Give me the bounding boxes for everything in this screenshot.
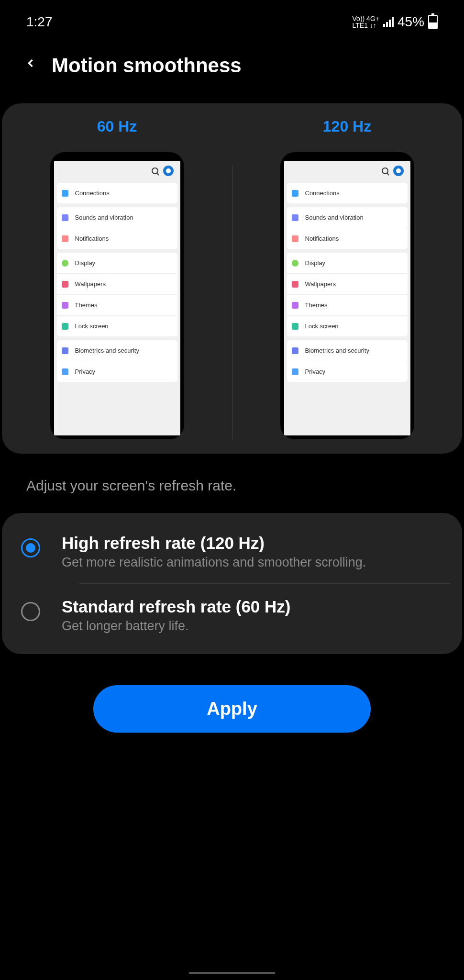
wifi-icon: [292, 190, 298, 197]
biometrics-icon: [292, 347, 298, 354]
sound-icon: [292, 214, 298, 221]
themes-icon: [62, 302, 68, 309]
search-icon: [152, 167, 158, 174]
signal-icon: [383, 17, 394, 27]
privacy-icon: [62, 368, 68, 375]
display-icon: [62, 260, 68, 267]
biometrics-icon: [62, 347, 68, 354]
display-icon: [292, 260, 298, 267]
option-standard-refresh[interactable]: Standard refresh rate (60 Hz) Get longer…: [2, 584, 462, 647]
status-time: 1:27: [26, 14, 53, 30]
radio-unselected-icon: [21, 602, 40, 621]
home-indicator[interactable]: [189, 972, 275, 974]
preview-60hz[interactable]: 60 Hz Connections Sounds and vibration N…: [2, 118, 232, 439]
phone-mock-60: Connections Sounds and vibration Notific…: [50, 152, 184, 439]
preview-card: 60 Hz Connections Sounds and vibration N…: [2, 103, 462, 454]
option-high-refresh[interactable]: High refresh rate (120 Hz) Get more real…: [2, 520, 462, 583]
lockscreen-icon: [62, 323, 68, 330]
page-title: Motion smoothness: [52, 54, 242, 77]
page-header: Motion smoothness: [0, 34, 464, 91]
battery-icon: [428, 15, 438, 29]
wallpapers-icon: [292, 281, 298, 288]
option-title: Standard refresh rate (60 Hz): [62, 597, 290, 616]
wallpapers-icon: [62, 281, 68, 288]
preview-divider: [232, 166, 232, 439]
notifications-icon: [62, 235, 68, 242]
profile-icon: [163, 166, 174, 176]
wifi-icon: [62, 190, 68, 197]
network-indicator: Vo)) 4G+ LTE1 ↓↑: [353, 15, 379, 29]
profile-icon: [393, 166, 404, 176]
search-icon: [382, 167, 388, 174]
sound-icon: [62, 214, 68, 221]
apply-button[interactable]: Apply: [93, 685, 371, 733]
status-right: Vo)) 4G+ LTE1 ↓↑ 45%: [353, 14, 438, 30]
option-description: Get more realistic animations and smooth…: [62, 555, 366, 570]
notifications-icon: [292, 235, 298, 242]
option-description: Get longer battery life.: [62, 619, 290, 634]
hz-label-120: 120 Hz: [323, 118, 371, 135]
back-button[interactable]: [24, 54, 37, 77]
status-bar: 1:27 Vo)) 4G+ LTE1 ↓↑ 45%: [0, 0, 464, 34]
themes-icon: [292, 302, 298, 309]
preview-120hz[interactable]: 120 Hz Connections Sounds and vibration …: [232, 118, 462, 439]
radio-selected-icon: [21, 538, 40, 557]
options-card: High refresh rate (120 Hz) Get more real…: [2, 513, 462, 654]
privacy-icon: [292, 368, 298, 375]
section-description: Adjust your screen's refresh rate.: [0, 454, 464, 508]
battery-percent: 45%: [398, 14, 424, 30]
lockscreen-icon: [292, 323, 298, 330]
phone-mock-120: Connections Sounds and vibration Notific…: [280, 152, 414, 439]
hz-label-60: 60 Hz: [97, 118, 137, 135]
chevron-left-icon: [24, 54, 37, 73]
option-title: High refresh rate (120 Hz): [62, 534, 366, 553]
